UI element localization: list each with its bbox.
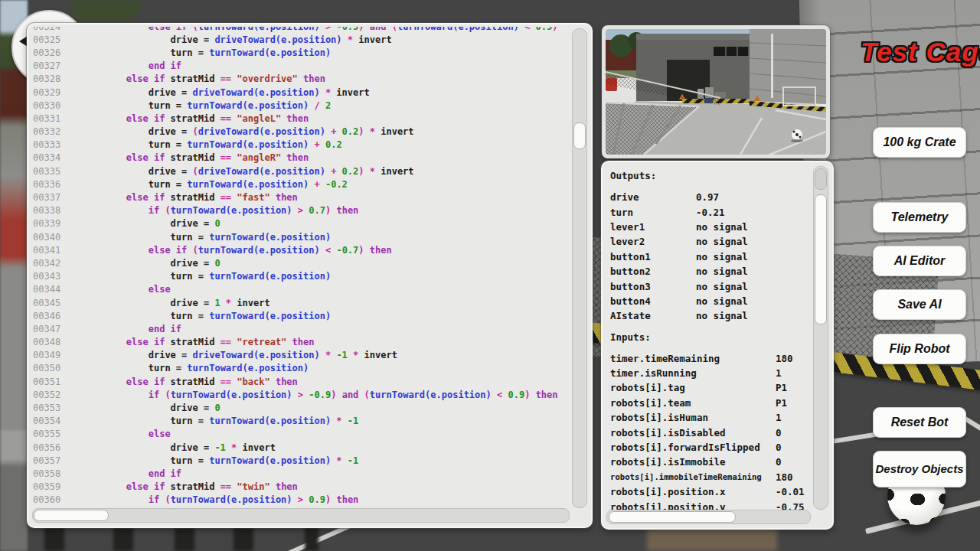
code-text: else if stratMid == "overdrive" then <box>82 73 325 84</box>
line-number: 00338 <box>33 205 82 216</box>
inputs-list: timer.timeRemaining180timer.isRunning1ro… <box>610 351 809 510</box>
code-line: 00346 turn = turnToward(e.position) <box>33 309 570 322</box>
line-number: 00333 <box>33 139 82 150</box>
flip-robot-button[interactable]: Flip Robot <box>873 334 966 364</box>
code-line: 00355 else <box>33 428 570 441</box>
fence-post <box>113 525 133 551</box>
destroy-objects-button[interactable]: Destroy Objects <box>873 451 966 487</box>
line-number: 00359 <box>33 481 82 492</box>
code-line: 00335 drive = (driveToward(e.position) +… <box>33 165 570 178</box>
code-text: else <box>82 284 171 295</box>
code-line: 00343 turn = turnToward(e.position) <box>33 270 570 283</box>
code-horizontal-scrollbar[interactable] <box>32 508 570 523</box>
code-text: drive = driveToward(e.position) * -1 * i… <box>82 350 397 360</box>
background-left-scenery <box>0 0 28 551</box>
line-number: 00352 <box>33 390 82 400</box>
telemetry-horizontal-scrollbar[interactable] <box>606 510 811 524</box>
page-title: Test Cage <box>861 37 980 67</box>
telemetry-label: robots[i].isImmobile <box>610 456 776 468</box>
code-vertical-scrollbar[interactable] <box>572 28 587 508</box>
line-number: 00335 <box>33 166 82 177</box>
telemetry-row: robots[i].immobileTimeRemaining180 <box>610 470 809 484</box>
telemetry-button[interactable]: Telemetry <box>873 202 966 233</box>
telemetry-label: lever1 <box>610 221 696 233</box>
line-number: 00358 <box>33 468 82 479</box>
telemetry-value: 1 <box>776 412 809 423</box>
code-line: 00334 else if stratMid == "angleR" then <box>33 152 570 165</box>
code-text: drive = 0 <box>82 218 220 229</box>
telemetry-vertical-scrollbar[interactable] <box>813 166 828 510</box>
line-number: 00328 <box>33 73 82 84</box>
telemetry-label: robots[i].tag <box>610 382 776 393</box>
code-text: drive = -1 * invert <box>82 442 276 453</box>
save-ai-button[interactable]: Save AI <box>873 289 966 320</box>
code-text: end if <box>82 324 181 334</box>
code-text: drive = driveToward(e.position) * invert <box>82 87 370 98</box>
telemetry-row: robots[i].isImmobile0 <box>610 455 809 469</box>
line-number: 00326 <box>33 47 82 58</box>
telemetry-label: robots[i].position.y <box>610 501 776 510</box>
line-number: 00349 <box>33 350 82 360</box>
telemetry-label: robots[i].position.x <box>610 486 776 497</box>
code-text: if (turnToward(e.position) > -0.9) and (… <box>82 390 558 400</box>
telemetry-value: 0 <box>776 456 809 468</box>
telemetry-label: turn <box>610 207 696 218</box>
code-line: 00329 drive = driveToward(e.position) * … <box>33 86 570 99</box>
code-text: else if stratMid == "fast" then <box>82 192 298 203</box>
outputs-list: drive0.97turn-0.21lever1no signallever2n… <box>610 190 809 324</box>
telemetry-row: timer.isRunning1 <box>610 366 809 380</box>
line-number: 00331 <box>33 113 82 124</box>
telemetry-row: robots[i].forwardIsFlipped0 <box>610 440 809 455</box>
telemetry-value: no signal <box>696 266 809 277</box>
telemetry-row: robots[i].isHuman1 <box>610 410 809 425</box>
code-line: 00331 else if stratMid == "angleL" then <box>33 112 570 125</box>
code-text: else if stratMid == "angleL" then <box>82 113 309 124</box>
code-horizontal-scrollbar-thumb[interactable] <box>34 510 109 521</box>
code-line: 00348 else if stratMid == "retreat" then <box>33 336 570 349</box>
code-text: else if (turnToward(e.position) > -0.5) … <box>82 27 558 32</box>
code-line: 00325 drive = driveToward(e.position) * … <box>33 33 570 46</box>
ai-editor-button[interactable]: AI Editor <box>873 246 966 276</box>
spawn-crate-button[interactable]: 100 kg Crate <box>873 127 966 158</box>
code-editor-viewport[interactable]: 00324 else if (turnToward(e.position) > … <box>33 27 570 508</box>
telemetry-row: robots[i].teamP1 <box>610 396 809 410</box>
code-text: drive = 0 <box>82 258 220 269</box>
telemetry-value: 0 <box>776 442 809 453</box>
code-text: drive = (driveToward(e.position) + 0.2) … <box>82 126 414 137</box>
code-text: turn = turnToward(e.position) <box>82 47 331 58</box>
code-text: end if <box>82 60 181 71</box>
line-number: 00340 <box>33 232 82 243</box>
line-number: 00350 <box>33 363 82 373</box>
code-text: turn = turnToward(e.position) <box>82 311 331 321</box>
telemetry-row: turn-0.21 <box>610 204 809 219</box>
code-line: 00356 drive = -1 * invert <box>33 441 570 454</box>
line-number: 00329 <box>33 87 82 98</box>
telemetry-row: lever2no signal <box>610 234 809 249</box>
line-number: 00330 <box>33 100 82 111</box>
telemetry-viewport[interactable]: Outputs: drive0.97turn-0.21lever1no sign… <box>610 167 809 510</box>
telemetry-row: drive0.97 <box>610 190 809 204</box>
telemetry-value: P1 <box>776 382 809 393</box>
code-lines: 00324 else if (turnToward(e.position) > … <box>33 27 570 507</box>
code-line: 00350 turn = turnToward(e.position) <box>33 362 570 375</box>
line-number: 00354 <box>33 416 82 426</box>
code-line: 00347 end if <box>33 322 570 335</box>
code-line: 00354 turn = turnToward(e.position) * -1 <box>33 415 570 428</box>
reset-bot-button[interactable]: Reset Bot <box>873 407 966 438</box>
code-text: turn = turnToward(e.position) + 0.2 <box>82 139 342 150</box>
telemetry-horizontal-scrollbar-thumb[interactable] <box>609 511 736 523</box>
telemetry-value: 180 <box>776 471 809 483</box>
telemetry-scrollbar-cap <box>815 168 827 190</box>
code-text: else if stratMid == "angleR" then <box>82 152 309 163</box>
ai-code-editor-panel: 00324 else if (turnToward(e.position) > … <box>27 23 593 528</box>
code-vertical-scrollbar-thumb[interactable] <box>573 122 586 149</box>
telemetry-panel: Outputs: drive0.97turn-0.21lever1no sign… <box>601 161 834 530</box>
telemetry-value: no signal <box>696 251 809 262</box>
telemetry-value: 1 <box>776 367 809 379</box>
code-line: 00344 else <box>33 283 570 296</box>
background-wooden-ramp <box>647 527 777 551</box>
telemetry-row: button1no signal <box>610 249 809 264</box>
code-text: end if <box>82 468 181 479</box>
telemetry-vertical-scrollbar-thumb[interactable] <box>815 194 827 324</box>
telemetry-label: button1 <box>610 251 696 262</box>
